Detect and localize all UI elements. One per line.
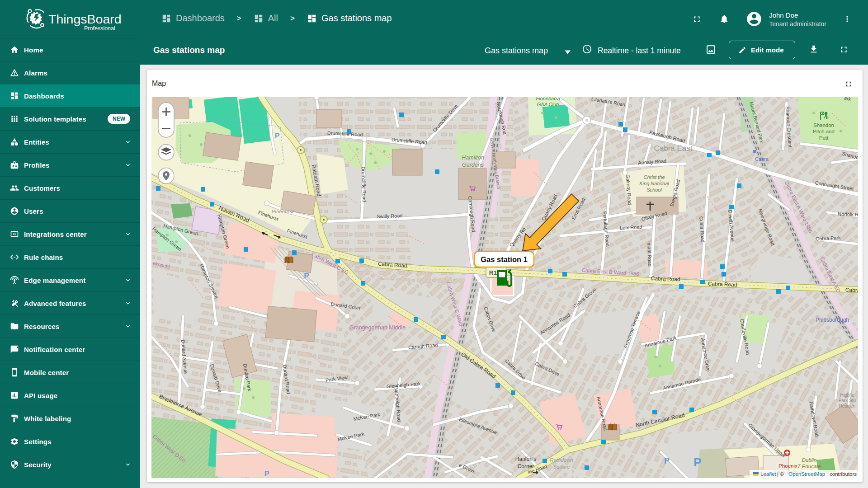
- svg-text:Cabra Road: Cabra Road: [651, 275, 680, 282]
- svg-text:Square: Square: [553, 464, 570, 469]
- svg-text:Leaflet: Leaflet: [760, 471, 776, 477]
- svg-text:Phoenix: Phoenix: [778, 463, 797, 469]
- svg-text:Phibsborough: Phibsborough: [816, 317, 849, 323]
- svg-text:Imaal Road: Imaal Road: [646, 241, 653, 267]
- svg-text:P: P: [275, 132, 280, 140]
- svg-text:7 Educate: 7 Educate: [797, 464, 821, 469]
- svg-text:Dublin: Dublin: [802, 457, 817, 463]
- svg-text:Corner: Corner: [518, 463, 534, 469]
- svg-text:Christ the: Christ the: [643, 174, 665, 180]
- svg-text:Park Stu: Park Stu: [839, 398, 856, 403]
- svg-text:P: P: [693, 455, 701, 469]
- svg-text:Norfolk R: Norfolk R: [838, 211, 858, 217]
- svg-text:Cabra: Cabra: [845, 286, 858, 293]
- svg-text:contributors: contributors: [830, 471, 857, 477]
- svg-text:Swilly Road: Swilly Road: [377, 213, 403, 219]
- svg-text:GAA Club: GAA Club: [537, 102, 559, 107]
- svg-text:Hamilton: Hamilton: [462, 155, 484, 161]
- svg-text:Hanlon's: Hanlon's: [515, 456, 536, 462]
- svg-text:Cabra Road: Cabra Road: [708, 281, 737, 288]
- svg-text:Cabra: Cabra: [755, 156, 769, 162]
- svg-text:P: P: [264, 470, 269, 478]
- svg-text:P: P: [304, 272, 309, 280]
- svg-text:Rathdown: Rathdown: [550, 457, 573, 463]
- svg-text:Gas station 1: Gas station 1: [481, 255, 528, 263]
- svg-text:Grangegorman Middle: Grangegorman Middle: [349, 324, 406, 331]
- svg-text:Pitch and: Pitch and: [813, 129, 835, 134]
- svg-text:OpenStreetMap: OpenStreetMap: [788, 471, 825, 477]
- svg-text:Shandon: Shandon: [813, 122, 834, 128]
- svg-text:King National: King National: [639, 181, 669, 186]
- svg-text:Putt: Putt: [819, 135, 829, 141]
- svg-text:Pinehurst: Pinehurst: [272, 209, 294, 214]
- svg-text:Highfie: Highfie: [840, 393, 854, 398]
- svg-text:Gardens: Gardens: [462, 162, 484, 168]
- svg-text:Cabra East: Cabra East: [654, 144, 692, 153]
- svg-text:| ©: | ©: [777, 471, 784, 477]
- svg-text:Fionnbarra: Fionnbarra: [536, 97, 560, 101]
- svg-text:School: School: [646, 187, 662, 192]
- svg-text:P: P: [664, 456, 670, 465]
- svg-text:Professional: Professional: [84, 25, 115, 31]
- svg-text:Residen: Residen: [839, 404, 856, 408]
- svg-text:ThingsBoard: ThingsBoard: [48, 12, 122, 26]
